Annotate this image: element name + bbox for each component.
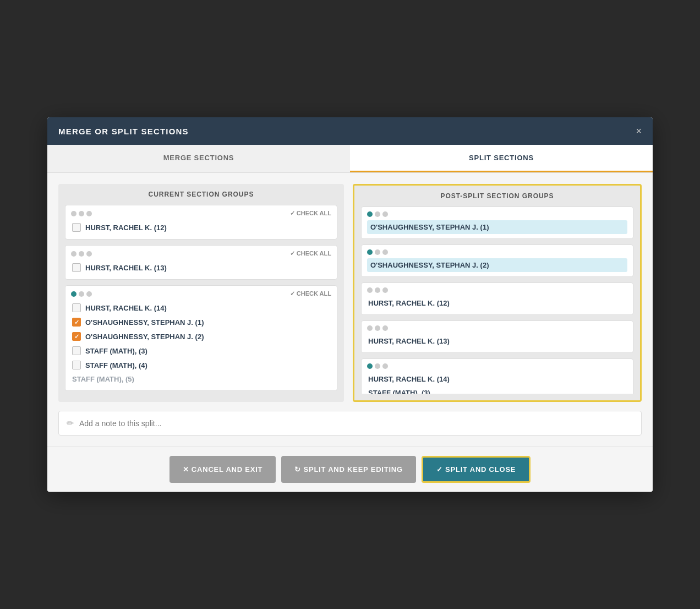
dot-gray: [375, 211, 380, 217]
post-split-group-5: HURST, RACHEL K. (14) STAFF (MATH), (3): [361, 358, 633, 394]
dot-2: [375, 325, 380, 331]
post-split-group-1: O'SHAUGHNESSY, STEPHAN J. (1): [361, 206, 633, 239]
group1-header: ✓ CHECK ALL: [71, 210, 331, 217]
dot-teal: [367, 211, 373, 217]
dot-2: [79, 211, 84, 216]
check-all-btn-2[interactable]: ✓ CHECK ALL: [290, 250, 331, 257]
modal-header: MERGE OR SPLIT SECTIONS ×: [47, 117, 653, 145]
list-item[interactable]: STAFF (MATH), (4): [71, 358, 331, 372]
dot-gray-2: [382, 363, 388, 369]
dot-gray: [375, 249, 380, 255]
list-item[interactable]: HURST, RACHEL K. (13): [71, 260, 331, 275]
split-keep-editing-button[interactable]: ↻ SPLIT AND KEEP EDITING: [281, 456, 416, 483]
tab-merge[interactable]: MERGE SECTIONS: [47, 145, 350, 172]
dot-3: [86, 251, 92, 257]
columns-wrapper: CURRENT SECTION GROUPS: [58, 184, 642, 402]
ps-group1-dots: [367, 211, 627, 217]
checkbox-hurst14[interactable]: [72, 303, 81, 312]
dot-2: [79, 291, 84, 297]
group3-header: ✓ CHECK ALL: [71, 290, 331, 297]
current-column-header: CURRENT SECTION GROUPS: [65, 191, 337, 198]
current-group-2: ✓ CHECK ALL HURST, RACHEL K. (13): [65, 245, 337, 280]
dot-3: [382, 287, 388, 293]
list-item: HURST, RACHEL K. (14): [367, 372, 627, 386]
check-all-btn-1[interactable]: ✓ CHECK ALL: [290, 210, 331, 217]
tabs-container: MERGE SECTIONS SPLIT SECTIONS: [47, 145, 653, 173]
list-item: HURST, RACHEL K. (12): [367, 296, 627, 310]
dot-teal-1: [71, 291, 76, 297]
group1-dots: [71, 211, 92, 216]
dot-teal: [367, 249, 373, 255]
list-item[interactable]: ✓ O'SHAUGHNESSY, STEPHAN J. (1): [71, 315, 331, 329]
dot-1: [71, 251, 76, 257]
note-input[interactable]: [79, 419, 633, 428]
modal-body: CURRENT SECTION GROUPS: [47, 173, 653, 447]
cancel-and-exit-button[interactable]: ✕ CANCEL AND EXIT: [169, 456, 276, 483]
post-split-column: POST-SPLIT SECTION GROUPS O'SHAUGHNESSY,…: [353, 184, 642, 402]
list-item[interactable]: ✓ O'SHAUGHNESSY, STEPHAN J. (2): [71, 329, 331, 344]
dot-3: [86, 291, 92, 297]
ps-group2-dots: [367, 249, 627, 255]
checkbox-hurst13[interactable]: [72, 263, 81, 272]
checkbox-staffmath3[interactable]: [72, 346, 81, 355]
dot-2: [375, 287, 380, 293]
current-group-3: ✓ CHECK ALL HURST, RACHEL K. (14) ✓ O'SH…: [65, 285, 337, 391]
post-split-groups-list[interactable]: O'SHAUGHNESSY, STEPHAN J. (1) O'S: [361, 206, 633, 394]
modal-overlay: MERGE OR SPLIT SECTIONS × MERGE SECTIONS…: [0, 0, 700, 609]
list-item[interactable]: HURST, RACHEL K. (14): [71, 301, 331, 315]
close-button[interactable]: ×: [636, 126, 642, 136]
tab-split[interactable]: SPLIT SECTIONS: [350, 145, 653, 172]
post-split-group-3: HURST, RACHEL K. (12): [361, 282, 633, 315]
list-item: STAFF (MATH), (3): [367, 386, 627, 394]
modal-title: MERGE OR SPLIT SECTIONS: [58, 127, 189, 136]
pencil-icon: ✏: [67, 418, 74, 428]
modal: MERGE OR SPLIT SECTIONS × MERGE SECTIONS…: [47, 117, 653, 492]
group2-dots: [71, 251, 92, 257]
post-split-column-header: POST-SPLIT SECTION GROUPS: [361, 192, 633, 200]
group3-dots: [71, 291, 92, 297]
checkbox-staffmath4[interactable]: [72, 361, 81, 369]
checkbox-oshaughnessy2[interactable]: ✓: [72, 332, 81, 341]
checkbox-hurst12[interactable]: [72, 223, 81, 232]
current-groups-list[interactable]: ✓ CHECK ALL HURST, RACHEL K. (12): [65, 205, 337, 392]
dot-3: [382, 325, 388, 331]
dot-1: [367, 325, 373, 331]
post-split-group-2: O'SHAUGHNESSY, STEPHAN J. (2): [361, 244, 633, 277]
group2-header: ✓ CHECK ALL: [71, 250, 331, 257]
ps-group5-dots: [367, 363, 627, 369]
note-section: ✏: [58, 411, 642, 436]
check-all-btn-3[interactable]: ✓ CHECK ALL: [290, 290, 331, 297]
dot-teal: [367, 363, 373, 369]
dot-3: [86, 211, 92, 216]
list-item-truncated: STAFF (MATH), (5): [71, 372, 331, 386]
dot-1: [71, 211, 76, 216]
list-item: O'SHAUGHNESSY, STEPHAN J. (2): [367, 258, 627, 272]
dot-2: [79, 251, 84, 257]
dot-gray-2: [382, 211, 388, 217]
current-group-1: ✓ CHECK ALL HURST, RACHEL K. (12): [65, 205, 337, 240]
list-item[interactable]: STAFF (MATH), (3): [71, 344, 331, 358]
dot-gray: [375, 363, 380, 369]
post-split-group-4: HURST, RACHEL K. (13): [361, 320, 633, 353]
list-item: HURST, RACHEL K. (13): [367, 334, 627, 348]
ps-group3-dots: [367, 287, 627, 293]
dot-gray-2: [382, 249, 388, 255]
list-item[interactable]: HURST, RACHEL K. (12): [71, 220, 331, 235]
ps-group4-dots: [367, 325, 627, 331]
dot-1: [367, 287, 373, 293]
modal-footer: ✕ CANCEL AND EXIT ↻ SPLIT AND KEEP EDITI…: [47, 447, 653, 492]
split-and-close-button[interactable]: ✓ SPLIT AND CLOSE: [422, 456, 531, 483]
current-section-column: CURRENT SECTION GROUPS: [58, 184, 344, 402]
checkbox-oshaughnessy1[interactable]: ✓: [72, 318, 81, 327]
list-item: O'SHAUGHNESSY, STEPHAN J. (1): [367, 220, 627, 234]
